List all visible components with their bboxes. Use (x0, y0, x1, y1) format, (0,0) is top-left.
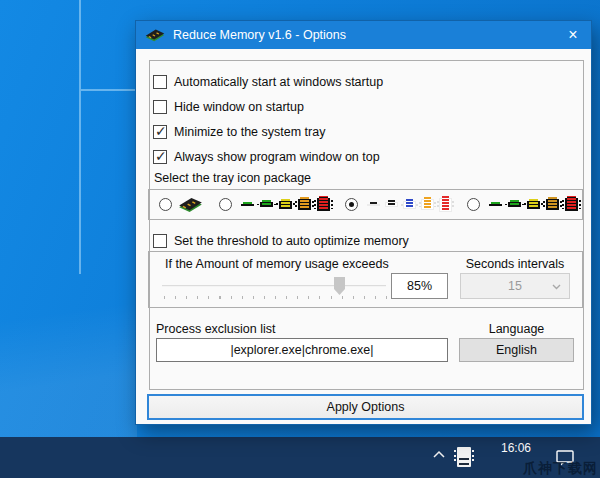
radio-button[interactable] (345, 198, 358, 211)
threshold-value-box: 85% (391, 273, 448, 299)
options-window: Reduce Memory v1.6 - Options × Automatic… (135, 20, 592, 425)
ram-stick-preview-icon (178, 196, 203, 213)
radio-button[interactable] (159, 198, 172, 211)
chip-level-5-icon (317, 198, 330, 211)
threshold-slider-thumb[interactable] (334, 277, 345, 295)
checkbox[interactable] (153, 150, 167, 164)
checkbox-label: Always show program window on top (174, 150, 380, 164)
process-exclusion-label: Process exclusion list (156, 322, 276, 336)
tray-package-option-black-chips-bold (467, 190, 581, 219)
apply-options-button[interactable]: Apply Options (147, 394, 584, 420)
taskbar-clock[interactable]: 16:06 (492, 441, 540, 455)
window-titlebar[interactable]: Reduce Memory v1.6 - Options × (136, 21, 591, 49)
tray-package-section-label: Select the tray icon package (154, 171, 311, 185)
radio-button[interactable] (467, 198, 480, 211)
tile-level-1-icon (367, 204, 380, 206)
checkbox[interactable] (153, 125, 167, 139)
tile-level-4-icon (421, 199, 434, 210)
black-chip-bold-level-icons (486, 198, 581, 211)
ram-stick-icon (145, 28, 165, 42)
window-title: Reduce Memory v1.6 - Options (173, 28, 346, 42)
chip-level-3-icon (279, 201, 292, 209)
checkbox-row-autostart: Automatically start at windows startup (153, 74, 383, 90)
tray-package-option-white-bars (345, 190, 454, 219)
threshold-group-box: If the Amount of memory usage exceeds Se… (148, 251, 583, 308)
checkbox[interactable] (153, 100, 167, 114)
language-label: Language (459, 322, 574, 336)
threshold-slider-track[interactable] (162, 285, 386, 287)
checkbox-label: Hide window on startup (174, 100, 304, 114)
white-bar-level-icons (364, 198, 454, 212)
chip-level-5-icon (565, 198, 578, 211)
checkbox-row-hide-window: Hide window on startup (153, 99, 304, 115)
chevron-down-icon (552, 284, 561, 290)
black-chip-level-icons (238, 198, 333, 211)
reduce-memory-tray-icon[interactable] (457, 447, 471, 467)
checkbox-label: Minimize to the system tray (174, 125, 325, 139)
chip-level-4-icon (298, 199, 311, 210)
chip-level-2-icon (260, 202, 273, 207)
memory-usage-label: If the Amount of memory usage exceeds (165, 257, 389, 271)
seconds-intervals-dropdown[interactable]: 15 (460, 273, 570, 299)
checkbox-row-threshold: Set the threshold to auto optimize memor… (153, 233, 409, 249)
seconds-intervals-label: Seconds intervals (455, 257, 575, 271)
checkbox[interactable] (153, 75, 167, 89)
tile-level-2-icon (385, 202, 398, 207)
chip-level-2-icon (508, 202, 521, 207)
wallpaper-light-beam (0, 248, 137, 437)
chip-level-4-icon (546, 199, 559, 210)
seconds-intervals-value: 15 (508, 279, 522, 293)
tray-package-box (148, 189, 583, 220)
checkbox-label: Automatically start at windows startup (174, 75, 383, 89)
wallpaper-light-line-horizontal (81, 89, 137, 91)
chip-level-3-icon (527, 201, 540, 209)
tray-package-option-black-chips (219, 190, 333, 219)
tile-level-3-icon (403, 201, 416, 209)
radio-button[interactable] (219, 198, 232, 211)
process-exclusion-input[interactable] (156, 338, 448, 362)
checkbox[interactable] (153, 234, 167, 248)
chip-level-1-icon (489, 204, 502, 206)
close-button[interactable]: × (555, 21, 591, 49)
chevron-up-icon[interactable] (432, 450, 446, 459)
tile-level-5-icon (439, 198, 452, 212)
language-button[interactable]: English (459, 338, 574, 362)
chip-level-1-icon (241, 204, 254, 206)
watermark-text: 爪神下载网 (523, 460, 598, 478)
tray-package-option-ram-stick (159, 190, 203, 219)
checkbox-row-always-on-top: Always show program window on top (153, 149, 380, 165)
threshold-slider-ticks (164, 296, 387, 299)
checkbox-label: Set the threshold to auto optimize memor… (174, 234, 409, 248)
checkbox-row-minimize-tray: Minimize to the system tray (153, 124, 325, 140)
wallpaper-light-line-vertical (79, 0, 81, 274)
